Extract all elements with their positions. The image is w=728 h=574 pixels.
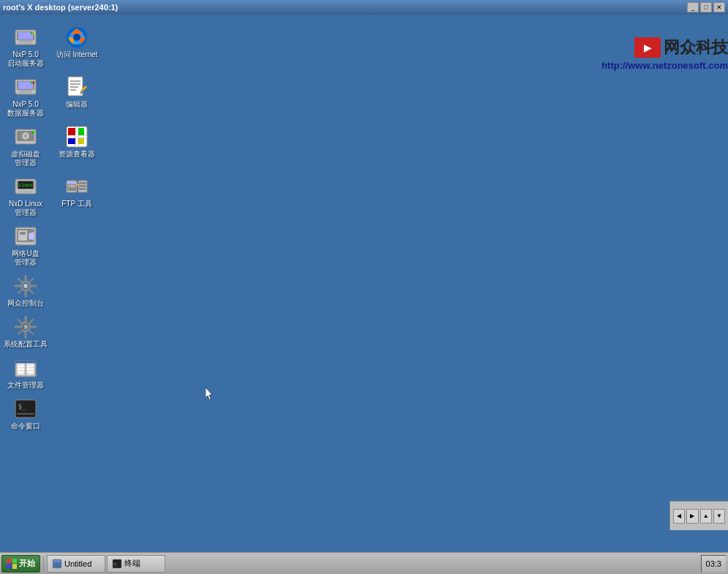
desktop-icon-nxd-linux[interactable]: Linux NxD Linux管理器 — [0, 171, 51, 221]
cursor — [206, 388, 214, 401]
taskbar: 开始 Untitled $_ 终端 03:3 — [0, 552, 728, 574]
desktop: 网众科技 http://www.netzonesoft.com — [0, 15, 728, 552]
svg-line-66 — [18, 320, 21, 322]
title-bar-text: root's X desktop (server240:1) — [3, 3, 687, 12]
brand-logo: 网众科技 — [601, 37, 728, 58]
terminal-icon: $_ — [14, 397, 37, 420]
scroll-left-button[interactable]: ◀ — [673, 509, 685, 524]
desktop-icon-editor[interactable]: 编辑器 — [51, 72, 102, 121]
desktop-icon-nxp-data[interactable]: NxP 5.0数据服务器 — [0, 72, 51, 121]
svg-line-58 — [30, 279, 33, 282]
desktop-icon-control[interactable]: 网众控制台 — [0, 271, 51, 311]
sys-config-icon — [14, 315, 37, 339]
terminal-taskbar-icon: $_ — [112, 559, 122, 569]
nxp-server-icon — [14, 26, 37, 49]
title-bar-buttons: _ □ ✕ — [687, 2, 725, 12]
svg-text:$_: $_ — [18, 404, 26, 410]
svg-rect-45 — [79, 185, 86, 187]
ftp-label: FTP 工具 — [61, 200, 91, 208]
editor-label: 编辑器 — [66, 100, 88, 109]
svg-line-57 — [30, 290, 33, 293]
svg-rect-82 — [15, 360, 36, 363]
editor-icon — [65, 75, 89, 99]
desktop-icon-terminal[interactable]: $_ 命令窗口 — [0, 393, 51, 434]
title-bar: root's X desktop (server240:1) _ □ ✕ — [0, 0, 728, 15]
svg-rect-14 — [18, 91, 33, 94]
desktop-icon-resource[interactable]: 资源查看器 — [51, 121, 102, 171]
scroll-right-button[interactable]: ▶ — [686, 509, 698, 524]
desktop-icon-internet[interactable]: 访问 Internet — [51, 22, 102, 72]
windows-icon — [7, 559, 17, 569]
desktop-icon-usb[interactable]: 网络U盘管理器 — [0, 221, 51, 271]
scrollbar-area: ◀ ▶ ▲ ▼ — [669, 501, 728, 530]
svg-point-25 — [25, 135, 27, 137]
nxp-server-label: NxP 5.0启动服务器 — [7, 50, 44, 68]
svg-rect-46 — [79, 188, 86, 190]
internet-label: 访问 Internet — [56, 50, 98, 59]
brand-name: 网众科技 — [664, 37, 728, 58]
brand-watermark: 网众科技 http://www.netzonesoft.com — [601, 37, 728, 71]
virtual-disk-label: 虚拟磁盘管理器 — [11, 150, 40, 167]
minimize-button[interactable]: _ — [687, 2, 699, 12]
untitled-taskbar-icon — [52, 559, 62, 569]
scroll-down-button[interactable]: ▼ — [713, 509, 725, 524]
nxd-linux-icon: Linux — [14, 175, 37, 198]
desktop-icon-nxp-server[interactable]: NxP 5.0启动服务器 — [0, 22, 51, 72]
svg-point-26 — [31, 131, 34, 134]
svg-rect-33 — [75, 126, 78, 147]
start-button[interactable]: 开始 — [1, 555, 40, 573]
usb-icon — [14, 224, 37, 248]
maximize-button[interactable]: □ — [700, 2, 712, 12]
taskbar-clock: 03:3 — [701, 555, 727, 573]
control-label: 网众控制台 — [7, 299, 44, 308]
svg-rect-50 — [20, 232, 26, 235]
svg-rect-72 — [17, 362, 25, 375]
svg-line-59 — [18, 290, 21, 293]
desktop-icon-ftp[interactable]: FTP FTP 工具 — [51, 171, 102, 221]
svg-rect-86 — [17, 413, 34, 415]
svg-rect-4 — [18, 42, 33, 44]
svg-rect-28 — [68, 128, 75, 135]
file-manager-icon — [14, 356, 37, 379]
svg-line-67 — [30, 331, 33, 334]
usb-label: 网络U盘管理器 — [12, 249, 39, 267]
svg-line-69 — [18, 331, 21, 334]
virtual-disk-icon — [14, 125, 37, 148]
terminal-label: 命令窗口 — [11, 422, 40, 431]
nxd-linux-label: NxD Linux管理器 — [9, 200, 42, 217]
desktop-icon-sys-config[interactable]: 系统配置工具 — [0, 311, 51, 352]
scroll-up-button[interactable]: ▲ — [700, 509, 712, 524]
resource-icon — [65, 125, 89, 148]
svg-point-5 — [31, 32, 33, 34]
svg-rect-44 — [79, 182, 86, 184]
svg-rect-13 — [20, 90, 31, 91]
taskbar-item-terminal[interactable]: $_ 终端 — [107, 555, 165, 573]
svg-text:FTP: FTP — [68, 184, 75, 189]
start-label: 开始 — [19, 558, 35, 569]
untitled-taskbar-label: Untitled — [64, 559, 91, 568]
desktop-icon-file-manager[interactable]: 文件管理器 — [0, 352, 51, 393]
svg-rect-3 — [20, 40, 31, 42]
firefox-icon — [65, 26, 89, 49]
taskbar-item-untitled[interactable]: Untitled — [47, 555, 105, 573]
nxp-data-label: NxP 5.0数据服务器 — [7, 100, 44, 118]
svg-point-16 — [33, 82, 35, 84]
svg-line-56 — [18, 279, 21, 282]
close-button[interactable]: ✕ — [713, 2, 725, 12]
svg-text:$_: $_ — [114, 562, 119, 567]
svg-rect-38 — [18, 191, 33, 193]
resource-label: 资源查看器 — [59, 150, 95, 159]
svg-point-6 — [33, 32, 35, 34]
svg-text:Linux: Linux — [19, 182, 32, 187]
svg-point-60 — [23, 284, 28, 288]
taskbar-separator-1 — [43, 556, 44, 571]
desktop-icon-virtual-disk[interactable]: 虚拟磁盘管理器 — [0, 121, 51, 171]
brand-url: http://www.netzonesoft.com — [601, 60, 728, 71]
control-icon — [14, 274, 37, 298]
file-manager-label: 文件管理器 — [7, 381, 44, 390]
terminal-taskbar-label: 终端 — [124, 558, 140, 569]
svg-point-9 — [73, 34, 80, 41]
nxp-data-icon — [14, 75, 37, 99]
svg-point-15 — [31, 82, 33, 84]
sys-config-label: 系统配置工具 — [4, 340, 48, 349]
